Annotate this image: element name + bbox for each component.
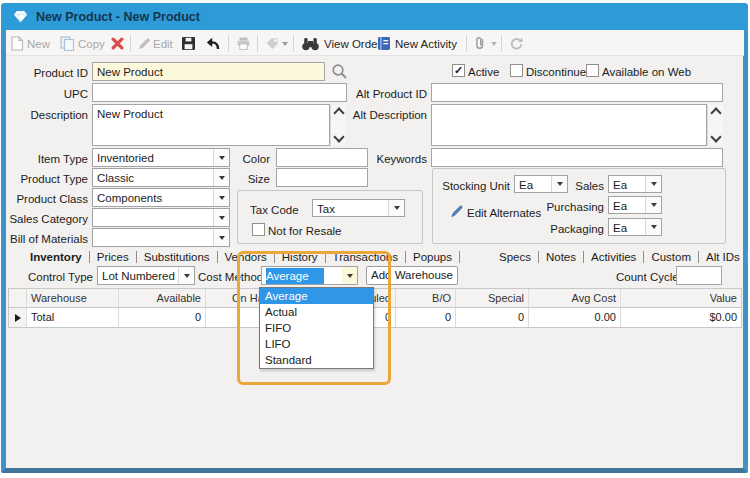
alt-description-textarea[interactable] [431, 104, 707, 146]
new-button[interactable]: New [27, 37, 50, 52]
cell-available: 0 [119, 308, 206, 327]
size-label: Size [230, 172, 270, 186]
bill-of-materials-select[interactable] [92, 228, 230, 247]
discontinue-checkbox[interactable] [510, 64, 523, 77]
option-lifo[interactable]: LIFO [260, 336, 373, 352]
purchasing-unit-value: Ea [613, 200, 627, 212]
tab-inventory[interactable]: Inventory [28, 251, 84, 263]
product-type-value: Classic [97, 172, 134, 184]
tab-specs[interactable]: Specs [497, 251, 533, 263]
col-special[interactable]: Special [456, 289, 529, 308]
chevron-down-icon[interactable] [645, 197, 661, 213]
cell-warehouse: Total [27, 308, 119, 327]
stocking-unit-value: Ea [519, 179, 533, 191]
tab-substitutions[interactable]: Substitutions [142, 251, 212, 263]
scroll-down-icon[interactable] [710, 131, 721, 142]
active-checkbox[interactable]: ✓ [452, 64, 465, 77]
binoculars-icon[interactable] [301, 37, 320, 51]
alt-product-id-label: Alt Product ID [347, 87, 427, 101]
alt-description-scrollbar[interactable] [707, 105, 723, 145]
chevron-down-icon[interactable] [213, 229, 229, 246]
count-cycle-input[interactable] [676, 266, 722, 285]
chevron-down-icon[interactable] [213, 189, 229, 206]
tab-vendors[interactable]: Vendors [223, 251, 269, 263]
new-document-icon[interactable] [10, 36, 24, 51]
tab-alt-ids[interactable]: Alt IDs [704, 251, 742, 263]
keywords-input[interactable] [431, 148, 723, 167]
edit-alternates-button[interactable]: Edit Alternates [467, 206, 541, 220]
option-actual[interactable]: Actual [260, 304, 373, 320]
col-value[interactable]: Value [621, 289, 741, 308]
tab-custom[interactable]: Custom [649, 251, 693, 263]
edit-pencil-icon[interactable] [138, 37, 151, 50]
cell-avg-cost: 0.00 [529, 308, 621, 327]
copy-icon[interactable] [60, 36, 75, 51]
packaging-unit-value: Ea [613, 222, 627, 234]
tab-transactions[interactable]: Transactions [331, 251, 400, 263]
delete-x-icon[interactable] [111, 37, 124, 50]
scroll-down-icon[interactable] [333, 131, 344, 142]
save-icon[interactable] [181, 36, 196, 51]
tab-activities[interactable]: Activities [589, 251, 638, 263]
product-class-select[interactable]: Components [92, 188, 230, 207]
cost-method-select[interactable]: Average [261, 266, 358, 285]
tab-history[interactable]: History [280, 251, 320, 263]
available-on-web-checkbox[interactable] [586, 64, 599, 77]
purchasing-unit-select[interactable]: Ea [608, 196, 662, 214]
paperclip-icon[interactable] [474, 36, 486, 51]
col-avg-cost[interactable]: Avg Cost [529, 289, 621, 308]
chevron-down-icon[interactable] [342, 267, 357, 284]
table-row-total[interactable]: Total 0 0 0 0 0.00 $0.00 [9, 308, 741, 327]
control-type-select[interactable]: Lot Numbered [97, 266, 195, 285]
col-warehouse[interactable]: Warehouse [27, 289, 119, 308]
item-type-select[interactable]: Inventoried [92, 148, 230, 167]
print-icon[interactable] [236, 36, 251, 51]
chevron-down-icon[interactable] [178, 267, 194, 284]
chevron-down-icon[interactable] [213, 209, 229, 226]
packaging-unit-select[interactable]: Ea [608, 218, 662, 236]
option-standard[interactable]: Standard [260, 352, 373, 368]
product-type-select[interactable]: Classic [92, 168, 230, 187]
add-warehouse-button[interactable]: Add Warehouse [366, 266, 458, 285]
tax-code-select[interactable]: Tax [312, 199, 405, 217]
edit-alternates-pencil-icon[interactable] [450, 204, 464, 218]
chevron-down-icon[interactable] [213, 149, 229, 166]
paperclip-dropdown-caret-icon[interactable] [491, 42, 497, 46]
scroll-up-icon[interactable] [710, 107, 721, 118]
sales-category-label: Sales Category [6, 212, 88, 226]
sales-unit-select[interactable]: Ea [608, 175, 662, 193]
tab-popups[interactable]: Popups [411, 251, 454, 263]
product-class-value: Components [97, 192, 162, 204]
upc-input[interactable] [92, 83, 347, 102]
tag-icon[interactable] [265, 37, 279, 50]
chevron-down-icon[interactable] [388, 200, 404, 216]
tab-notes[interactable]: Notes [544, 251, 578, 263]
view-order-button[interactable]: View Order [324, 37, 381, 52]
edit-button[interactable]: Edit [153, 37, 173, 52]
not-for-resale-checkbox[interactable] [252, 223, 265, 236]
option-average[interactable]: Average [260, 288, 373, 304]
undo-icon[interactable] [205, 36, 220, 51]
sales-category-select[interactable] [92, 208, 230, 227]
refresh-icon[interactable] [509, 36, 524, 51]
new-activity-button[interactable]: New Activity [395, 37, 457, 52]
option-fifo[interactable]: FIFO [260, 320, 373, 336]
tab-prices[interactable]: Prices [95, 251, 131, 263]
search-icon[interactable] [331, 63, 348, 80]
new-activity-icon[interactable] [377, 36, 391, 51]
chevron-down-icon[interactable] [645, 219, 661, 235]
product-id-input[interactable]: New Product [92, 62, 325, 81]
description-textarea[interactable]: New Product [92, 104, 330, 146]
packaging-unit-label: Packaging [542, 222, 604, 236]
chevron-down-icon[interactable] [645, 176, 661, 192]
col-bo[interactable]: B/O [396, 289, 456, 308]
col-available[interactable]: Available [119, 289, 206, 308]
chevron-down-icon[interactable] [213, 169, 229, 186]
tag-dropdown-caret-icon[interactable] [282, 42, 288, 46]
size-input[interactable] [276, 168, 368, 187]
copy-button[interactable]: Copy [78, 37, 105, 52]
title-bar[interactable]: New Product - New Product [1, 3, 748, 30]
item-type-label: Item Type [6, 152, 88, 166]
alt-product-id-input[interactable] [431, 83, 723, 102]
color-input[interactable] [276, 148, 368, 167]
